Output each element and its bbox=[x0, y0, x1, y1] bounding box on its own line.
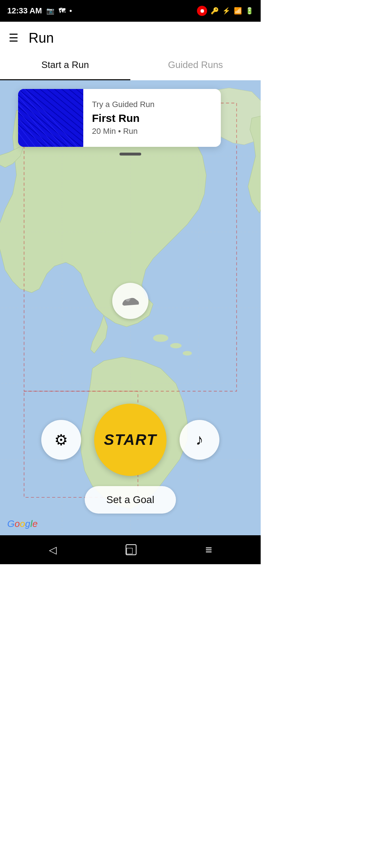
back-icon: ◁ bbox=[49, 544, 57, 556]
drag-handle bbox=[119, 153, 141, 156]
set-goal-button[interactable]: Set a Goal bbox=[85, 486, 176, 514]
status-time: 12:33 AM bbox=[7, 6, 42, 16]
key-icon: 🔑 bbox=[211, 7, 219, 15]
svg-point-2 bbox=[170, 343, 181, 348]
start-label: START bbox=[104, 431, 157, 448]
main-control-row: ⚙ START ♪ bbox=[41, 404, 219, 476]
music-button[interactable]: ♪ bbox=[180, 420, 219, 460]
shoe-icon bbox=[121, 293, 140, 309]
card-subtitle: Try a Guided Run bbox=[92, 100, 155, 109]
hamburger-menu-icon[interactable]: ☰ bbox=[9, 33, 18, 43]
tabs-bar: Start a Run Guided Runs bbox=[0, 54, 261, 80]
svg-point-3 bbox=[183, 351, 192, 356]
map-icon: 🗺 bbox=[59, 7, 65, 15]
google-watermark: Google bbox=[7, 518, 38, 529]
menu-icon: ≡ bbox=[205, 543, 212, 557]
card-meta: 20 Min • Run bbox=[92, 127, 155, 136]
guided-run-card[interactable]: Try a Guided Run First Run 20 Min • Run bbox=[18, 89, 221, 147]
wifi-icon: 📶 bbox=[234, 7, 242, 15]
battery-icon: 🔋 bbox=[245, 7, 253, 15]
card-title: First Run bbox=[92, 112, 155, 124]
start-button[interactable]: START bbox=[94, 404, 167, 476]
svg-point-1 bbox=[153, 334, 168, 342]
back-button[interactable]: ◁ bbox=[49, 544, 57, 556]
home-button[interactable]: □ bbox=[126, 544, 136, 555]
record-icon: ⏺ bbox=[197, 6, 207, 16]
tab-guided-runs[interactable]: Guided Runs bbox=[130, 54, 261, 80]
menu-button[interactable]: ≡ bbox=[205, 543, 212, 557]
map-area: Try a Guided Run First Run 20 Min • Run … bbox=[0, 80, 261, 535]
home-icon: □ bbox=[126, 544, 136, 555]
card-content: Try a Guided Run First Run 20 Min • Run bbox=[83, 89, 163, 147]
bluetooth-icon: ⚡ bbox=[222, 7, 230, 15]
settings-button[interactable]: ⚙ bbox=[41, 420, 81, 460]
video-icon: 📷 bbox=[46, 7, 54, 15]
status-bar: 12:33 AM 📷 🗺 • ⏺ 🔑 ⚡ 📶 🔋 bbox=[0, 0, 261, 22]
app-header: ☰ Run bbox=[0, 22, 261, 54]
page-title: Run bbox=[29, 30, 54, 46]
nav-bar: ◁ □ ≡ bbox=[0, 535, 261, 564]
tab-start-a-run[interactable]: Start a Run bbox=[0, 54, 130, 80]
music-icon: ♪ bbox=[196, 431, 203, 448]
dot-icon: • bbox=[70, 7, 72, 15]
location-button[interactable] bbox=[112, 283, 148, 319]
settings-icon: ⚙ bbox=[54, 431, 68, 449]
card-image bbox=[18, 89, 83, 147]
bottom-controls: ⚙ START ♪ Set a Goal bbox=[0, 404, 261, 514]
